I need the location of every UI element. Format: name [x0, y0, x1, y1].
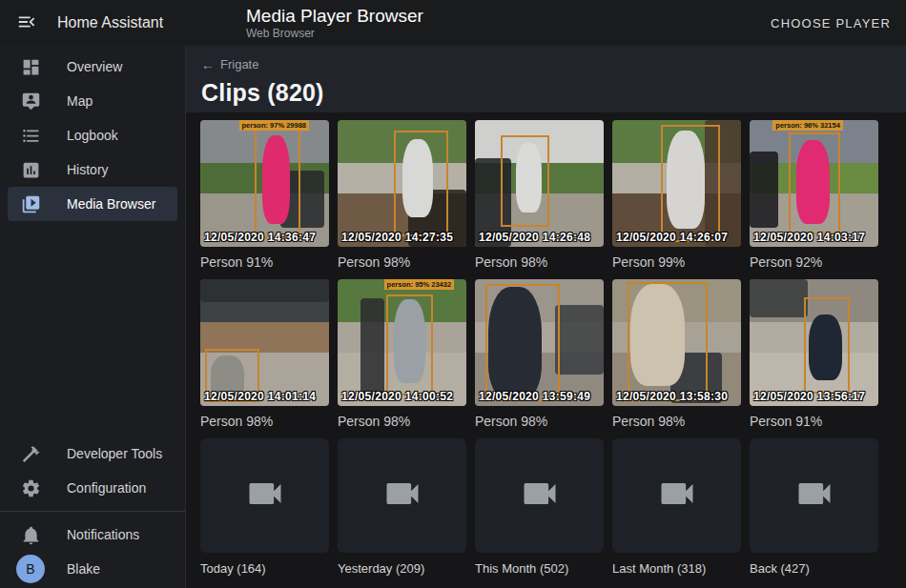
detection-bounding-box [628, 282, 708, 401]
sidebar: OverviewMapLogbookHistoryMedia Browser D… [0, 46, 186, 588]
clip-timestamp-overlay: 12/05/2020 14:26:48 [479, 231, 590, 244]
clip-thumbnail[interactable]: person: 96% 3215412/05/2020 14:03:17 [750, 120, 878, 247]
detection-bounding-box [501, 135, 549, 227]
map-account-icon [19, 90, 42, 112]
clip-timestamp-overlay: 12/05/2020 14:01:14 [204, 390, 316, 403]
folder-thumbnail[interactable] [612, 438, 741, 553]
clip-timestamp-overlay: 12/05/2020 14:36:47 [204, 231, 316, 244]
folder-thumbnail[interactable] [338, 438, 466, 553]
sidebar-item-label: Logbook [67, 128, 118, 143]
clip-thumbnail[interactable]: 12/05/2020 14:27:35 [338, 120, 466, 247]
sidebar-item-developer-tools[interactable]: Developer Tools [8, 436, 177, 471]
detection-score-tag: person: 96% 32154 [772, 120, 843, 131]
detection-bounding-box [789, 132, 840, 233]
clip-caption: Person 99% [612, 254, 741, 270]
clip-thumbnail[interactable]: 12/05/2020 14:26:48 [475, 120, 604, 247]
sidebar-item-logbook[interactable]: Logbook [8, 118, 177, 152]
video-camera-icon [519, 473, 561, 518]
detection-bounding-box [485, 284, 560, 400]
folders-grid: Today (164)Yesterday (209)This Month (50… [200, 438, 906, 576]
sidebar-item-media-browser[interactable]: Media Browser [8, 187, 177, 221]
sidebar-item-notifications[interactable]: Notifications [8, 517, 177, 552]
detection-bounding-box [661, 125, 720, 241]
folder-thumbnail[interactable] [750, 438, 878, 553]
clip-caption: Person 92% [750, 254, 878, 270]
clip-caption: Person 98% [338, 414, 466, 429]
clip-thumbnail[interactable]: person: 95% 2343212/05/2020 14:00:52 [338, 279, 466, 406]
sidebar-item-history[interactable]: History [8, 152, 177, 187]
clip-thumbnail[interactable]: 12/05/2020 14:26:07 [612, 120, 741, 247]
detection-score-tag: person: 97% 29988 [239, 120, 310, 131]
sidebar-item-overview[interactable]: Overview [8, 50, 177, 84]
detection-bounding-box [394, 131, 448, 237]
folder-card-this-month-502-[interactable]: This Month (502) [475, 438, 604, 576]
gear-icon [19, 476, 42, 499]
clip-card[interactable]: 12/05/2020 13:56:17Person 91% [750, 279, 878, 429]
app-title: Home Assistant [57, 14, 163, 31]
page-subtitle: Web Browser [246, 27, 423, 40]
sidebar-item-label: Overview [67, 59, 122, 74]
clip-card[interactable]: 12/05/2020 13:59:49Person 98% [475, 279, 604, 429]
clip-timestamp-overlay: 12/05/2020 13:58:30 [616, 390, 728, 403]
sidebar-item-map[interactable]: Map [8, 84, 177, 118]
header-right: CHOOSE PLAYER [771, 14, 906, 31]
arrow-left-icon: ← [201, 58, 215, 71]
app-header: Home Assistant Media Player Browser Web … [0, 0, 906, 46]
bar-chart-box-icon [19, 158, 42, 181]
folder-thumbnail[interactable] [200, 438, 329, 553]
clip-card[interactable]: 12/05/2020 14:27:35Person 98% [338, 120, 466, 270]
page-heading: Clips (820) [201, 79, 891, 107]
detection-bounding-box [386, 294, 433, 395]
scene-object [555, 305, 604, 375]
folder-card-back-427-[interactable]: Back (427) [750, 438, 878, 576]
clip-card[interactable]: 12/05/2020 14:01:14Person 98% [200, 279, 329, 429]
choose-player-button[interactable]: CHOOSE PLAYER [771, 16, 891, 30]
play-box-multiple-icon [19, 193, 42, 215]
clip-thumbnail[interactable]: 12/05/2020 13:56:17 [750, 279, 878, 406]
sidebar-item-label: Media Browser [67, 196, 155, 212]
clip-thumbnail[interactable]: 12/05/2020 13:59:49 [475, 279, 604, 406]
video-camera-icon [244, 473, 286, 518]
detection-bounding-box [804, 297, 851, 394]
clip-card[interactable]: 12/05/2020 14:26:07Person 99% [612, 120, 741, 270]
sidebar-footer: Developer ToolsConfiguration Notificatio… [0, 436, 185, 588]
clip-card[interactable]: person: 95% 2343212/05/2020 14:00:52Pers… [338, 279, 466, 429]
sidebar-item-configuration[interactable]: Configuration [8, 471, 177, 505]
clip-caption: Person 98% [200, 414, 329, 429]
folder-card-yesterday-209-[interactable]: Yesterday (209) [338, 438, 466, 576]
hammer-icon [19, 442, 42, 465]
menu-open-icon [16, 21, 37, 35]
detection-bounding-box [255, 127, 301, 238]
clip-timestamp-overlay: 12/05/2020 14:27:35 [341, 231, 453, 244]
folder-card-last-month-318-[interactable]: Last Month (318) [612, 438, 741, 576]
folder-label: Yesterday (209) [338, 561, 466, 576]
sidebar-item-profile[interactable]: B Blake [8, 552, 177, 586]
sidebar-main-nav: OverviewMapLogbookHistoryMedia Browser [0, 46, 185, 221]
scene-object [200, 279, 329, 302]
clip-caption: Person 98% [475, 254, 604, 270]
app-body: OverviewMapLogbookHistoryMedia Browser D… [0, 46, 906, 588]
folder-thumbnail[interactable] [475, 438, 604, 553]
clip-card[interactable]: person: 97% 2998812/05/2020 14:36:47Pers… [200, 120, 329, 270]
back-label: Frigate [220, 57, 258, 71]
clip-card[interactable]: 12/05/2020 14:26:48Person 98% [475, 120, 604, 270]
bell-icon [19, 523, 42, 546]
video-camera-icon [656, 473, 698, 518]
sidebar-item-label: Configuration [67, 480, 146, 496]
clip-thumbnail[interactable]: 12/05/2020 14:01:14 [200, 279, 329, 406]
clip-caption: Person 98% [475, 414, 604, 429]
home-assistant-app: Home Assistant Media Player Browser Web … [0, 0, 906, 588]
clip-card[interactable]: person: 96% 3215412/05/2020 14:03:17Pers… [750, 120, 878, 270]
clip-timestamp-overlay: 12/05/2020 14:03:17 [753, 231, 865, 244]
clip-card[interactable]: 12/05/2020 13:58:30Person 98% [612, 279, 741, 429]
clip-thumbnail[interactable]: person: 97% 2998812/05/2020 14:36:47 [200, 120, 329, 247]
detection-score-tag: person: 95% 23432 [384, 279, 455, 290]
clip-timestamp-overlay: 12/05/2020 14:26:07 [616, 231, 728, 244]
clip-thumbnail[interactable]: 12/05/2020 13:58:30 [612, 279, 741, 406]
page-title: Media Player Browser [246, 6, 423, 27]
clips-grid: person: 97% 2998812/05/2020 14:36:47Pers… [200, 120, 906, 429]
sidebar-item-label: History [67, 162, 109, 177]
back-button[interactable]: ← Frigate [201, 55, 258, 73]
sidebar-toggle-button[interactable] [15, 11, 38, 34]
folder-card-today-164-[interactable]: Today (164) [200, 438, 329, 576]
